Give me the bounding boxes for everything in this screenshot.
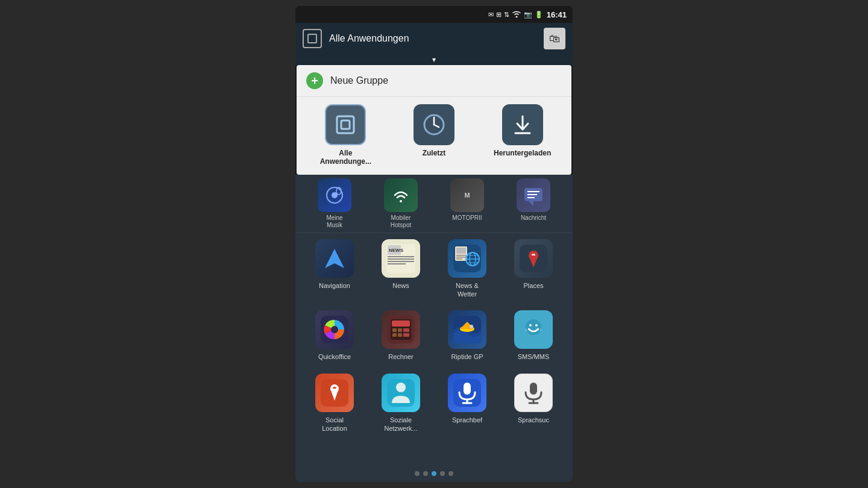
app-sprachbef[interactable]: Sprachbef — [440, 374, 494, 433]
app-news[interactable]: NEWS News — [374, 239, 428, 299]
navigation-icon — [315, 239, 354, 278]
email-icon: ✉ — [488, 11, 494, 19]
sprachbef-icon — [448, 374, 486, 412]
dropdown-arrow[interactable]: ▾ — [295, 54, 573, 65]
app-navigation[interactable]: Navigation — [307, 239, 362, 299]
bag-icon[interactable]: 🛍 — [544, 28, 565, 49]
social-location-icon — [315, 374, 354, 412]
svg-marker-17 — [325, 249, 344, 268]
nachricht-label: Nachricht — [521, 214, 546, 222]
svg-rect-45 — [392, 328, 397, 332]
filter-heruntergeladen-icon — [502, 104, 543, 145]
neue-gruppe-label: Neue Gruppe — [330, 75, 388, 86]
dot-1[interactable] — [423, 471, 428, 476]
filter-zuletzt-icon — [414, 104, 454, 145]
riptide-label: Riptide GP — [451, 352, 483, 361]
neue-gruppe-row[interactable]: + Neue Gruppe — [297, 65, 571, 97]
svg-rect-72 — [530, 383, 537, 395]
dot-4[interactable] — [448, 471, 453, 476]
svg-rect-44 — [392, 321, 410, 327]
svg-rect-2 — [341, 120, 350, 129]
svg-point-59 — [526, 319, 541, 335]
svg-rect-49 — [398, 333, 402, 337]
motorola-label: MOTOPRII — [452, 214, 482, 222]
app-meine-musik[interactable]: MeineMusik — [307, 178, 362, 229]
drawer-icon — [303, 29, 322, 48]
soziale-netzwerk-icon — [382, 374, 420, 412]
svg-rect-30 — [456, 258, 462, 260]
partial-row: MeineMusik MobilerHotspot M MOTOPRII — [295, 175, 573, 233]
grid-icon: ⊞ — [496, 11, 502, 19]
svg-rect-28 — [456, 255, 466, 256]
sd-icon: 📷 — [524, 11, 532, 19]
filter-alle[interactable]: AlleAnwendunge... — [318, 104, 373, 166]
svg-rect-68 — [464, 383, 471, 395]
nachricht-icon — [517, 178, 550, 212]
app-drawer-header[interactable]: Alle Anwendungen 🛍 — [295, 23, 573, 54]
soziale-netzwerk-label: SozialeNetzwerk... — [384, 416, 417, 433]
navigation-label: Navigation — [319, 281, 350, 290]
svg-point-60 — [529, 324, 532, 327]
rechner-icon — [382, 310, 420, 349]
app-sprachsuc[interactable]: Sprachsuc — [506, 374, 561, 433]
bottom-dots — [295, 465, 573, 482]
app-soziale-netzwerk[interactable]: SozialeNetzwerk... — [374, 374, 428, 433]
dot-2-active[interactable] — [432, 471, 436, 476]
svg-rect-21 — [388, 258, 414, 260]
app-smsmms[interactable]: SMS/MMS — [506, 310, 561, 361]
mobiler-hotspot-label: MobilerHotspot — [391, 214, 411, 229]
app-rechner[interactable]: Rechner — [374, 310, 428, 361]
status-icons: ✉ ⊞ ⇅ 📷 🔋 — [488, 10, 543, 19]
usb-icon: ⇅ — [504, 11, 509, 19]
filter-icons-row: AlleAnwendunge... Zuletzt — [297, 97, 571, 169]
svg-line-5 — [434, 125, 439, 127]
app-motorola[interactable]: M MOTOPRII — [440, 178, 494, 229]
app-grid-area: MeineMusik MobilerHotspot M MOTOPRII — [295, 175, 573, 465]
svg-point-0 — [515, 16, 517, 18]
filter-alle-icon — [325, 104, 366, 145]
motorola-icon: M — [450, 178, 484, 212]
drawer-title: Alle Anwendungen — [329, 33, 544, 44]
places-icon — [514, 239, 553, 278]
filter-zuletzt[interactable]: Zuletzt — [407, 104, 461, 166]
app-row-2: Quickoffice — [295, 304, 573, 367]
app-nachricht[interactable]: Nachricht — [506, 178, 561, 229]
svg-rect-29 — [456, 257, 466, 258]
time-display: 16:41 — [547, 10, 567, 19]
app-places[interactable]: Places — [506, 239, 561, 299]
filter-heruntergeladen-label: Heruntergeladen — [494, 149, 551, 157]
svg-point-66 — [396, 383, 406, 392]
app-quickoffice[interactable]: Quickoffice — [307, 310, 362, 361]
meine-musik-label: MeineMusik — [326, 214, 342, 229]
smsmms-label: SMS/MMS — [518, 352, 550, 361]
filter-heruntergeladen[interactable]: Heruntergeladen — [495, 104, 550, 166]
svg-rect-50 — [403, 333, 409, 337]
svg-rect-1 — [337, 116, 354, 133]
riptide-icon — [448, 310, 486, 349]
svg-point-54 — [470, 325, 473, 328]
news-icon: NEWS — [382, 239, 420, 278]
svg-rect-23 — [388, 263, 406, 264]
status-bar: ✉ ⊞ ⇅ 📷 🔋 16:41 — [295, 6, 573, 23]
dot-0[interactable] — [415, 471, 420, 476]
sprachsuc-label: Sprachsuc — [518, 416, 549, 424]
svg-rect-47 — [403, 328, 409, 332]
filter-alle-label: AlleAnwendunge... — [320, 149, 371, 166]
app-news-wetter[interactable]: News &Wetter — [440, 239, 494, 299]
meine-musik-icon — [318, 178, 351, 212]
app-mobiler-hotspot[interactable]: MobilerHotspot — [374, 178, 428, 229]
app-social-location[interactable]: SocialLocation — [307, 374, 362, 433]
svg-marker-13 — [529, 201, 533, 206]
wifi-icon — [512, 10, 521, 19]
svg-rect-22 — [388, 261, 414, 262]
neue-gruppe-icon: + — [306, 72, 323, 89]
svg-text:NEWS: NEWS — [389, 248, 404, 253]
dot-3[interactable] — [440, 471, 445, 476]
app-riptide[interactable]: Riptide GP — [440, 310, 494, 361]
quickoffice-icon — [315, 310, 354, 349]
news-label: News — [392, 281, 409, 290]
phone-container: ✉ ⊞ ⇅ 📷 🔋 16:41 Alle Anwendungen 🛍 ▾ + — [295, 6, 573, 482]
svg-rect-27 — [456, 248, 466, 254]
svg-point-11 — [400, 200, 402, 202]
svg-point-61 — [535, 324, 538, 327]
